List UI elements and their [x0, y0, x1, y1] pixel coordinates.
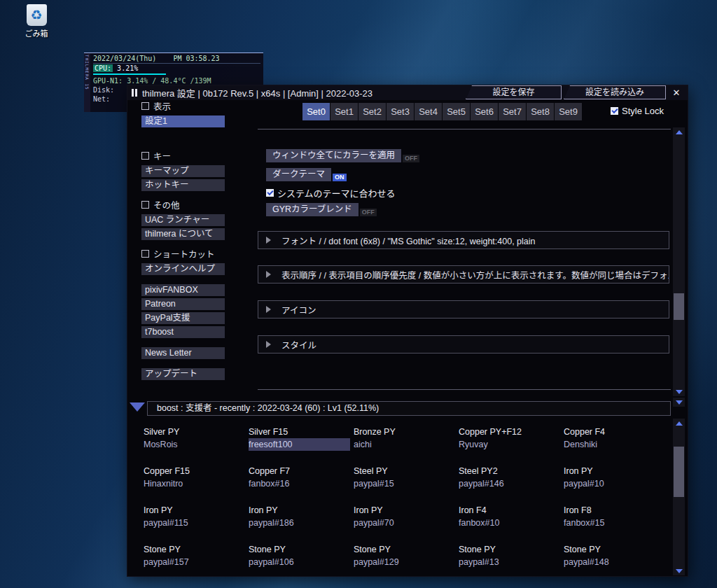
- supporter-name: paypal#106: [249, 556, 352, 568]
- apply-color-all-button[interactable]: ウィンドウ全てにカラーを適用: [266, 149, 401, 162]
- window-icon: [132, 89, 137, 97]
- supporter-name: MosRois: [144, 438, 247, 451]
- settings-scrollbar[interactable]: [673, 127, 685, 396]
- window-title: thilmera 設定 | 0b172 Rev.5 | x64s | [Admi…: [142, 86, 373, 99]
- supporter-cell: Silver F15 freesoft100: [249, 426, 352, 451]
- gyr-blend-row: GYRカラーブレンド OFF: [266, 203, 377, 216]
- match-system-theme-label: システムのテーマに合わせる: [277, 186, 396, 200]
- scroll-up-icon[interactable]: [673, 419, 685, 428]
- supporter-tier: Copper F15: [144, 465, 247, 477]
- sidebar-item-t7boost[interactable]: t7boost: [141, 326, 225, 338]
- sidebar-item-update[interactable]: アップデート: [141, 368, 225, 380]
- supporter-name: paypal#157: [144, 556, 247, 568]
- gyr-blend-button[interactable]: GYRカラーブレンド: [266, 203, 358, 216]
- tab-set4[interactable]: Set4: [415, 103, 442, 120]
- checkbox-other[interactable]: [141, 201, 149, 209]
- section-font[interactable]: フォント / / dot font (6x8) / "MS Gothic" si…: [258, 231, 669, 249]
- supporter-cell: Iron F8 fanbox#15: [564, 504, 667, 529]
- section-display-order[interactable]: 表示順序 / / 表示項目の順序優先度 / 数値が小さい方が上に表示されます。数…: [258, 265, 669, 284]
- supporter-cell: Copper F7 fanbox#16: [249, 465, 352, 490]
- supporter-name: paypal#10: [564, 477, 667, 490]
- supporter-cell: Iron PY paypal#70: [354, 504, 457, 529]
- supporter-cell: Copper F4 Denshiki: [564, 426, 667, 451]
- style-lock-checkbox[interactable]: [611, 107, 618, 115]
- close-icon[interactable]: ✕: [669, 87, 684, 99]
- boost-header[interactable]: boost : 支援者 - recently : 2022-03-24 (60)…: [147, 401, 671, 416]
- sidebar-item-paypal[interactable]: PayPal支援: [141, 312, 225, 324]
- boost-collapse-icon[interactable]: [130, 402, 145, 412]
- supporter-name: paypal#186: [249, 517, 352, 529]
- sidebar-item-keymap[interactable]: キーマップ: [141, 165, 225, 177]
- supporter-name: paypal#146: [459, 477, 562, 490]
- match-system-theme-checkbox[interactable]: [266, 189, 274, 197]
- section-style[interactable]: スタイル: [258, 335, 669, 354]
- supporter-name: fanbox#16: [249, 477, 352, 490]
- supporter-name: Denshiki: [564, 438, 667, 451]
- supporter-cell: Silver PY MosRois: [144, 426, 247, 451]
- apply-color-all-state-badge: OFF: [403, 155, 419, 162]
- sidebar-item-online-help[interactable]: オンラインヘルプ: [141, 263, 225, 275]
- dark-theme-button[interactable]: ダークテーマ: [266, 168, 331, 181]
- supporter-cell: Copper PY+F12 Ryuvay: [459, 426, 562, 451]
- supporter-tier: Iron F8: [564, 504, 667, 517]
- sidebar-item-about-thilmera[interactable]: thilmera について: [141, 228, 225, 240]
- tab-set7[interactable]: Set7: [499, 103, 526, 120]
- supporter-cell: Iron PY paypal#10: [564, 465, 667, 490]
- scroll-down-icon[interactable]: [673, 566, 685, 575]
- dark-theme-row: ダークテーマ ON: [266, 168, 347, 181]
- supporter-name: paypal#13: [459, 556, 562, 568]
- load-settings-button[interactable]: 設定を読み込み: [564, 85, 666, 99]
- checkbox-display[interactable]: [141, 102, 149, 110]
- supporter-name: Hinaxnitro: [144, 477, 247, 490]
- sidebar-item-uac-launcher[interactable]: UAC ランチャー: [141, 214, 225, 226]
- sidebar-item-hotkey[interactable]: ホットキー: [141, 179, 225, 191]
- match-system-theme-row[interactable]: システムのテーマに合わせる: [266, 186, 396, 200]
- sidebar-item-patreon[interactable]: Patreon: [141, 298, 225, 310]
- supporter-tier: Stone PY: [144, 543, 247, 556]
- checkbox-shortcut[interactable]: [141, 250, 149, 258]
- scrollbar-thumb[interactable]: [674, 293, 684, 320]
- supporter-tier: Steel PY2: [459, 465, 562, 477]
- sidebar-item-settings1[interactable]: 設定1: [141, 115, 225, 127]
- supporter-tier: Bronze PY: [354, 426, 457, 438]
- tab-set3[interactable]: Set3: [387, 103, 414, 120]
- supporter-tier: Copper F4: [564, 426, 667, 438]
- scroll-up-icon[interactable]: [673, 127, 685, 136]
- supporter-cell: Stone PY paypal#129: [354, 543, 457, 568]
- tab-set5[interactable]: Set5: [443, 103, 470, 120]
- save-settings-button[interactable]: 設定を保存: [466, 85, 562, 99]
- supporter-cell: Stone PY paypal#157: [144, 543, 247, 568]
- recycle-bin[interactable]: ♻ ごみ箱: [18, 4, 55, 38]
- supporter-name: paypal#15: [354, 477, 457, 490]
- scroll-down-icon-secondary[interactable]: [673, 398, 685, 407]
- sidebar-section-key: キー: [141, 150, 171, 160]
- gyr-blend-state-badge: OFF: [360, 209, 377, 216]
- titlebar[interactable]: thilmera 設定 | 0b172 Rev.5 | x64s | [Admi…: [127, 85, 688, 100]
- expand-arrow-icon: [266, 237, 271, 244]
- boost-scrollbar[interactable]: [673, 419, 685, 575]
- recycle-symbol-icon: ♻: [30, 7, 42, 23]
- sidebar-item-pixiv-fanbox[interactable]: pixivFANBOX: [141, 284, 225, 296]
- desktop: ♻ ごみ箱 THILMERA 15 2022/03/24(Thu) PM 03:…: [0, 0, 717, 588]
- set-tabs: Set0 Set1 Set2 Set3 Set4 Set5 Set6 Set7 …: [302, 103, 582, 120]
- tab-set9[interactable]: Set9: [555, 103, 582, 120]
- section-icon[interactable]: アイコン: [258, 300, 669, 318]
- cpu-label: CPU:: [93, 64, 113, 72]
- tabs-separator: [258, 129, 671, 130]
- scrollbar-thumb[interactable]: [674, 447, 684, 497]
- sidebar-section-label: その他: [153, 198, 180, 211]
- section-icon-label: アイコン: [281, 303, 316, 316]
- boost-separator: [258, 389, 671, 390]
- recycle-bin-icon: ♻: [27, 4, 47, 26]
- tab-set0[interactable]: Set0: [302, 103, 330, 120]
- style-lock-control[interactable]: Style Lock: [611, 106, 664, 116]
- tab-set1[interactable]: Set1: [330, 103, 358, 120]
- tab-set6[interactable]: Set6: [471, 103, 498, 120]
- sidebar-item-news-letter[interactable]: News Letter: [141, 347, 225, 359]
- scroll-down-icon[interactable]: [673, 387, 685, 396]
- checkbox-key[interactable]: [141, 152, 149, 160]
- style-lock-label: Style Lock: [622, 106, 664, 116]
- tab-set8[interactable]: Set8: [527, 103, 554, 120]
- supporter-name: paypal#129: [354, 556, 457, 568]
- tab-set2[interactable]: Set2: [358, 103, 386, 120]
